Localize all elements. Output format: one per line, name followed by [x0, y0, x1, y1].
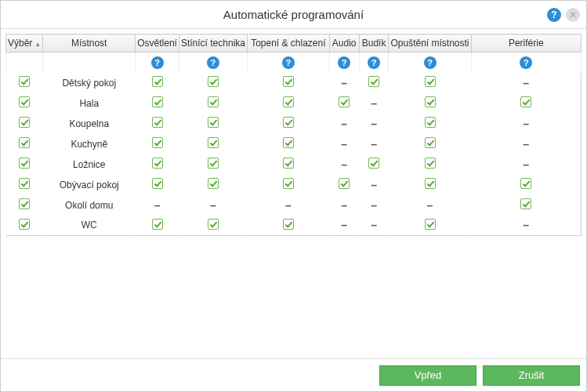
table-row: Dětský pokoj––: [6, 73, 582, 93]
room-name: Kuchyně: [43, 134, 136, 154]
select-checkbox[interactable]: [19, 117, 30, 128]
cell-opusteni[interactable]: [425, 158, 436, 169]
select-checkbox[interactable]: [19, 76, 30, 87]
cell-opusteni: –: [427, 199, 433, 212]
select-checkbox[interactable]: [19, 96, 30, 107]
select-checkbox[interactable]: [19, 158, 30, 169]
cell-osvetleni[interactable]: [152, 178, 163, 189]
col-header-osvetleni-label: Osvětlení: [137, 38, 177, 49]
room-name: Hala: [43, 93, 136, 114]
cell-topeni[interactable]: [283, 178, 294, 189]
room-name: Okolí domu: [43, 195, 136, 216]
cell-topeni[interactable]: [283, 137, 294, 148]
col-header-opusteni[interactable]: Opuštění místnosti: [389, 34, 471, 53]
cell-budik[interactable]: [368, 76, 379, 87]
select-checkbox[interactable]: [19, 137, 30, 148]
cell-periferie: –: [523, 219, 529, 231]
cell-audio[interactable]: [339, 96, 350, 107]
cell-opusteni[interactable]: [425, 219, 436, 230]
col-header-budik-label: Budík: [362, 38, 386, 49]
cell-periferie[interactable]: [520, 178, 531, 189]
cell-budik[interactable]: [368, 158, 379, 169]
table-row: Ložnice––: [6, 154, 582, 175]
cell-opusteni[interactable]: [425, 96, 436, 107]
cell-stinici[interactable]: [208, 96, 219, 107]
cell-topeni[interactable]: [283, 76, 294, 87]
table-row: Obývací pokoj–: [6, 175, 582, 195]
cell-osvetleni[interactable]: [152, 96, 163, 107]
col-header-stinici[interactable]: Stínící technika: [179, 34, 247, 53]
cell-osvetleni[interactable]: [152, 76, 163, 87]
cell-stinici: –: [210, 199, 216, 212]
col-header-mistnost[interactable]: Místnost: [43, 34, 136, 53]
cell-audio[interactable]: [339, 178, 350, 189]
help-icon[interactable]: ?: [547, 8, 561, 22]
help-icon-audio[interactable]: ?: [338, 56, 350, 69]
cell-audio: –: [341, 118, 347, 130]
help-icon-stinici[interactable]: ?: [207, 56, 219, 69]
cell-osvetleni[interactable]: [152, 219, 163, 230]
table-row: Kuchyně–––: [6, 134, 582, 154]
title-bar: Automatické programování ? ✕: [1, 1, 586, 29]
cell-periferie[interactable]: [520, 198, 531, 209]
cell-topeni: –: [285, 199, 292, 212]
cancel-button[interactable]: Zrušit: [483, 365, 580, 386]
col-header-opusteni-label: Opuštění místnosti: [390, 38, 469, 49]
cell-budik: –: [371, 219, 377, 231]
col-header-periferie-label: Periférie: [509, 38, 544, 49]
help-icon-osvetleni[interactable]: ?: [151, 56, 164, 69]
cell-osvetleni: –: [154, 199, 161, 212]
col-header-mistnost-label: Místnost: [71, 38, 107, 49]
select-checkbox[interactable]: [19, 198, 30, 209]
cell-opusteni[interactable]: [425, 178, 436, 189]
cell-osvetleni[interactable]: [152, 117, 163, 128]
cell-periferie: –: [523, 138, 529, 151]
cell-periferie: –: [523, 118, 529, 130]
cell-opusteni[interactable]: [425, 137, 436, 148]
close-icon[interactable]: ✕: [566, 8, 580, 22]
col-header-periferie[interactable]: Periférie: [471, 34, 581, 53]
cell-opusteni[interactable]: [425, 117, 436, 128]
cell-topeni[interactable]: [283, 219, 294, 230]
cell-audio: –: [341, 219, 347, 231]
col-header-vyber-label: Výběr: [8, 38, 32, 49]
help-row: ???????: [6, 53, 582, 73]
col-header-stinici-label: Stínící technika: [181, 38, 245, 49]
col-header-vyber[interactable]: Výběr▲: [6, 34, 43, 53]
table-row: Okolí domu––––––: [6, 195, 582, 216]
cell-stinici[interactable]: [208, 76, 219, 87]
cell-periferie: –: [523, 158, 529, 171]
help-icon-budik[interactable]: ?: [368, 56, 380, 69]
cell-osvetleni[interactable]: [152, 137, 163, 148]
col-header-osvetleni[interactable]: Osvětlení: [136, 34, 179, 53]
cell-opusteni[interactable]: [425, 76, 436, 87]
cell-budik: –: [371, 199, 377, 212]
footer-bar: Vpřed Zrušit: [1, 358, 586, 391]
dialog-window: Automatické programování ? ✕ Výběr▲ Míst…: [0, 0, 587, 392]
table-row: WC–––: [6, 216, 582, 236]
select-checkbox[interactable]: [19, 219, 30, 230]
cell-stinici[interactable]: [208, 158, 219, 169]
col-header-audio[interactable]: Audio: [329, 34, 359, 53]
forward-button[interactable]: Vpřed: [379, 365, 476, 386]
table-row: Koupelna–––: [6, 114, 582, 134]
cell-stinici[interactable]: [208, 137, 219, 148]
cell-osvetleni[interactable]: [152, 158, 163, 169]
content-area: Výběr▲ Místnost Osvětlení Stínící techni…: [1, 29, 586, 358]
col-header-budik[interactable]: Budík: [359, 34, 389, 53]
help-icon-periferie[interactable]: ?: [520, 56, 532, 69]
cell-topeni[interactable]: [283, 158, 294, 169]
cell-stinici[interactable]: [208, 178, 219, 189]
help-icon-opusteni[interactable]: ?: [424, 56, 437, 69]
col-header-topeni[interactable]: Topení & chlazení: [247, 34, 329, 53]
cell-stinici[interactable]: [208, 219, 219, 230]
help-icon-topeni[interactable]: ?: [282, 56, 295, 69]
cell-stinici[interactable]: [208, 117, 219, 128]
program-table: Výběr▲ Místnost Osvětlení Stínící techni…: [5, 34, 582, 236]
cell-topeni[interactable]: [283, 117, 294, 128]
select-checkbox[interactable]: [19, 178, 30, 189]
cell-budik: –: [371, 138, 377, 151]
cell-periferie[interactable]: [520, 96, 531, 107]
col-header-topeni-label: Topení & chlazení: [251, 38, 325, 49]
cell-topeni[interactable]: [283, 96, 294, 107]
